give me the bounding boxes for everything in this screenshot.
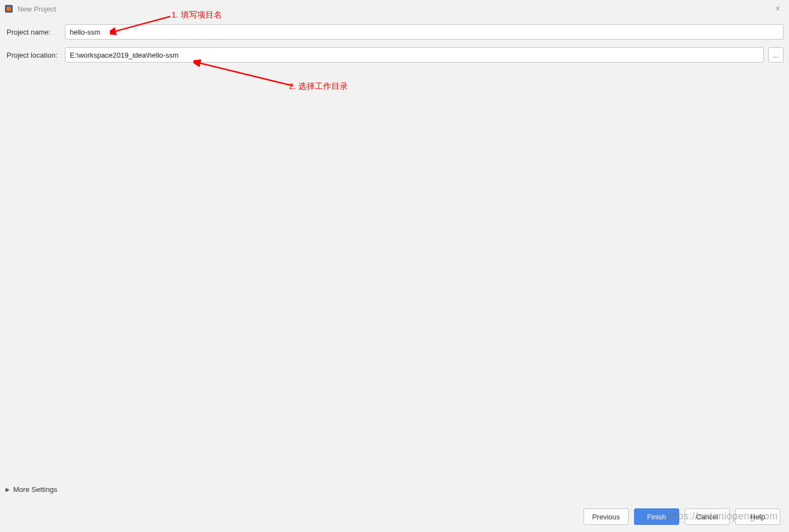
window-title: New Project [18, 5, 56, 13]
project-location-row: Project location: ... [5, 47, 784, 63]
annotation-2-arrow [193, 58, 298, 90]
browse-button[interactable]: ... [768, 47, 784, 63]
project-name-input[interactable] [65, 24, 784, 40]
previous-button[interactable]: Previous [584, 508, 629, 525]
close-icon[interactable]: × [771, 4, 785, 14]
help-button[interactable]: Help [735, 508, 780, 525]
project-location-input[interactable] [65, 47, 764, 63]
button-bar: Previous Finish Cancel Help [0, 501, 789, 532]
project-name-label: Project name: [5, 28, 65, 36]
chevron-right-icon: ▶ [5, 486, 10, 492]
more-settings-label: More Settings [13, 485, 57, 494]
more-settings-toggle[interactable]: ▶ More Settings [5, 485, 57, 494]
annotation-2-text: 2. 选择工作目录 [289, 81, 348, 92]
svg-rect-1 [7, 7, 11, 11]
finish-button[interactable]: Finish [634, 508, 679, 525]
svg-line-3 [198, 63, 292, 86]
app-icon [4, 4, 13, 13]
project-location-label: Project location: [5, 51, 65, 59]
cancel-button[interactable]: Cancel [685, 508, 730, 525]
project-name-row: Project name: [5, 24, 784, 40]
title-bar: New Project × [0, 0, 789, 18]
form-area: Project name: Project location: ... [0, 18, 789, 63]
